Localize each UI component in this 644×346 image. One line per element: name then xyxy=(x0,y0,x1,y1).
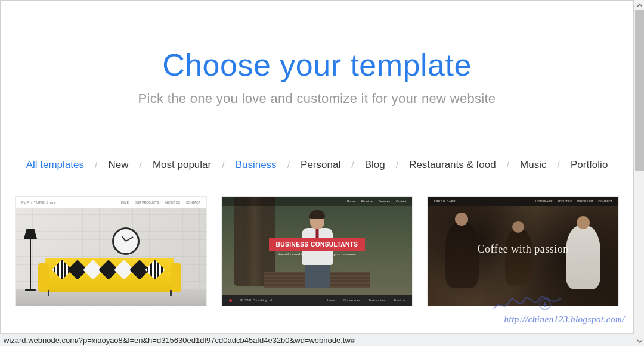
template-headline: Coffee with passion xyxy=(478,243,569,255)
separator: / xyxy=(499,160,518,170)
separator: / xyxy=(213,160,233,170)
category-most-popular[interactable]: Most popular xyxy=(150,159,213,171)
separator: / xyxy=(549,160,568,170)
category-all-templates[interactable]: All templates xyxy=(24,159,86,171)
page-viewport: Choose your template Pick the one you lo… xyxy=(0,0,634,333)
scrollbar-thumb[interactable] xyxy=(635,10,644,171)
person-illustration xyxy=(445,222,479,288)
page-subtitle: Pick the one you love and customize it f… xyxy=(1,91,633,107)
separator: / xyxy=(279,160,298,170)
category-restaurants-food[interactable]: Restaurants & food xyxy=(407,159,499,171)
template-hero-image xyxy=(222,197,413,306)
chevron-up-icon xyxy=(637,4,642,7)
category-new[interactable]: New xyxy=(106,159,131,171)
category-music[interactable]: Music xyxy=(518,159,549,171)
separator: / xyxy=(388,160,407,170)
scroll-down-button[interactable] xyxy=(634,336,644,346)
template-hero-image xyxy=(16,208,206,306)
category-blog[interactable]: Blog xyxy=(363,159,388,171)
template-nav: HOME OUR PRODUCTS ABOUT US CONTACT xyxy=(120,201,200,204)
template-header: FRESH CAFÉ HOMEPAGEABOUT USPRICE LISTCON… xyxy=(428,197,618,206)
person-illustration xyxy=(505,229,532,285)
category-filter-nav: All templates / New / Most popular / Bus… xyxy=(1,159,633,171)
template-logo: FURNITURE Store xyxy=(21,201,56,204)
clock-icon xyxy=(112,227,140,255)
category-personal[interactable]: Personal xyxy=(298,159,343,171)
template-nav: HomeAbout usServicesContact xyxy=(222,197,413,206)
category-portfolio[interactable]: Portfolio xyxy=(568,159,610,171)
chevron-down-icon xyxy=(637,339,642,343)
template-logo: FRESH CAFÉ xyxy=(434,200,456,203)
lamp-icon xyxy=(30,239,31,290)
person-illustration xyxy=(566,226,600,289)
browser-status-bar: wizard.webnode.com/?p=xiaoyao8&l=en&h=d3… xyxy=(0,333,634,346)
separator: / xyxy=(131,160,150,170)
scroll-up-button[interactable] xyxy=(634,0,644,10)
template-nav: HOMEPAGEABOUT USPRICE LISTCONTACT xyxy=(535,200,612,203)
template-grid: FURNITURE Store HOME OUR PRODUCTS ABOUT … xyxy=(1,196,633,306)
template-card-furniture[interactable]: FURNITURE Store HOME OUR PRODUCTS ABOUT … xyxy=(15,196,207,306)
template-header: FURNITURE Store HOME OUR PRODUCTS ABOUT … xyxy=(16,197,206,208)
template-banner: BUSINESS CONSULTANTS xyxy=(269,238,366,251)
watermark-text: http://chinen123.blogspot.com/ xyxy=(504,314,625,325)
template-card-coffee[interactable]: FRESH CAFÉ HOMEPAGEABOUT USPRICE LISTCON… xyxy=(427,196,619,306)
vertical-scrollbar[interactable] xyxy=(634,0,644,346)
template-subline: We will reveal the best strategy for you… xyxy=(278,253,355,256)
hero-section: Choose your template Pick the one you lo… xyxy=(1,1,633,107)
template-footer: GLOBAL Consulting Ltd. Home Our services… xyxy=(222,295,413,306)
sofa-illustration xyxy=(41,254,179,296)
separator: / xyxy=(343,160,362,170)
separator: / xyxy=(86,160,106,170)
watermark-scribble xyxy=(491,291,563,313)
status-url: wizard.webnode.com/?p=xiaoyao8&l=en&h=d3… xyxy=(4,336,355,345)
template-card-business-consultants[interactable]: HomeAbout usServicesContact BUSINESS CON… xyxy=(221,196,413,306)
page-title: Choose your template xyxy=(1,47,633,83)
dot-icon xyxy=(229,299,232,302)
category-business[interactable]: Business xyxy=(233,159,279,171)
